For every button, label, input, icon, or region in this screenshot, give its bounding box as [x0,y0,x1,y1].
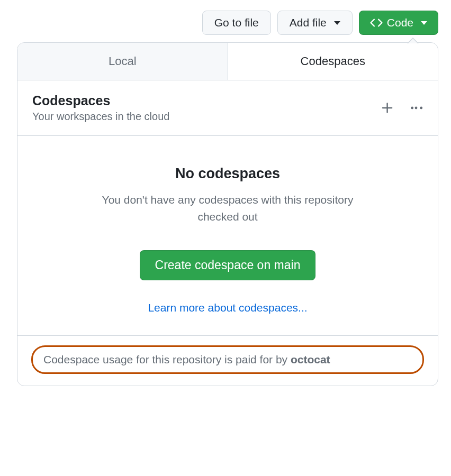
caret-down-icon [421,21,427,25]
tab-local[interactable]: Local [17,43,228,80]
go-to-file-button[interactable]: Go to file [202,11,271,35]
create-codespace-label: Create codespace on main [155,258,301,272]
tab-local-label: Local [109,54,137,68]
codespaces-title: Codespaces [32,93,169,108]
code-button[interactable]: Code [359,11,438,35]
plus-icon [381,101,394,115]
caret-down-icon [334,21,340,25]
go-to-file-label: Go to file [214,16,259,29]
usage-prefix: Codespace usage for this repository is p… [43,353,291,365]
empty-state-desc: You don't have any codespaces with this … [101,191,355,225]
tab-codespaces-label: Codespaces [301,54,365,68]
repo-toolbar: Go to file Add file Code [11,11,440,35]
code-dropdown-panel: Local Codespaces Codespaces Your workspa… [17,42,438,386]
codespaces-subtitle: Your workspaces in the cloud [32,111,169,123]
clone-tabs: Local Codespaces [17,43,438,80]
add-file-button[interactable]: Add file [277,11,353,35]
learn-more-link[interactable]: Learn more about codespaces... [32,301,423,314]
dropdown-pointer [407,38,419,43]
add-file-label: Add file [290,16,327,29]
codespaces-body: No codespaces You don't have any codespa… [17,136,438,336]
codespaces-footer: Codespace usage for this repository is p… [17,336,438,386]
empty-state-title: No codespaces [32,166,423,182]
kebab-icon [409,101,423,115]
codespaces-header: Codespaces Your workspaces in the cloud [17,80,438,136]
codespaces-header-actions [381,101,423,115]
code-icon [370,16,383,29]
usage-note: Codespace usage for this repository is p… [31,345,424,374]
add-codespace-button[interactable] [381,101,394,115]
tab-codespaces[interactable]: Codespaces [228,43,438,80]
code-button-label: Code [387,16,413,29]
create-codespace-button[interactable]: Create codespace on main [140,250,316,280]
usage-owner: octocat [291,353,330,365]
codespace-options-button[interactable] [409,101,423,115]
codespaces-header-text: Codespaces Your workspaces in the cloud [32,93,169,123]
